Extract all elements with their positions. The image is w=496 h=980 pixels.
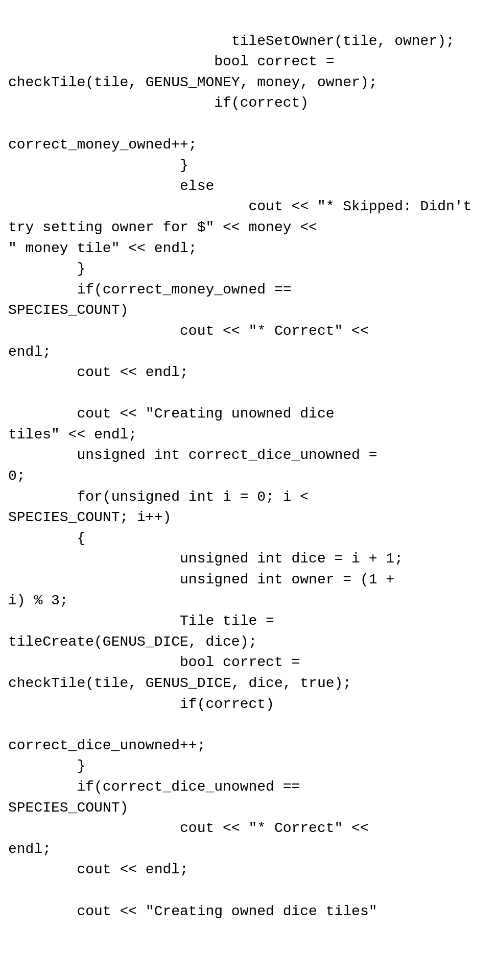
- code-block: tileSetOwner(tile, owner); bool correct …: [0, 0, 496, 932]
- code-content: tileSetOwner(tile, owner); bool correct …: [8, 33, 480, 919]
